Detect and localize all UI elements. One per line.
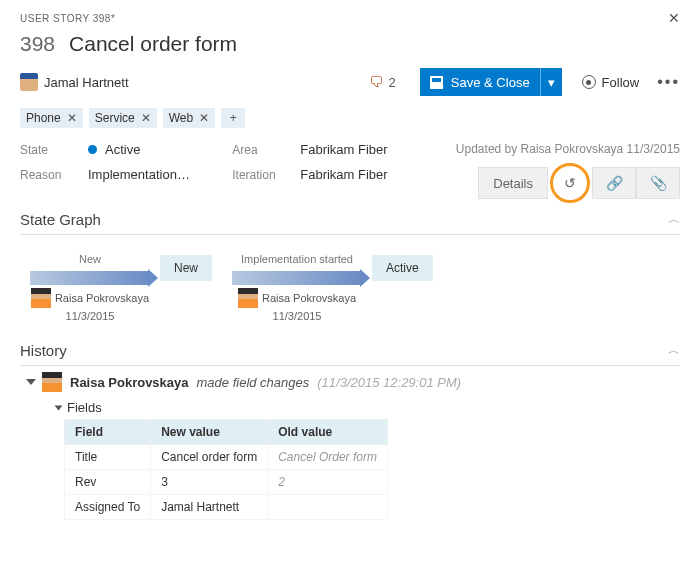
th-old-value: Old value bbox=[268, 420, 388, 445]
collapse-icon[interactable]: ︿ bbox=[668, 211, 680, 228]
cell: 3 bbox=[151, 470, 268, 495]
tab-details[interactable]: Details bbox=[478, 167, 548, 199]
expand-toggle-icon[interactable] bbox=[55, 405, 63, 410]
table-row: Rev 3 2 bbox=[65, 470, 388, 495]
save-and-close-button[interactable]: Save & Close bbox=[420, 68, 540, 96]
cell: Jamal Hartnett bbox=[151, 495, 268, 520]
cell: Assigned To bbox=[65, 495, 151, 520]
sg-person-1: Raisa Pokrovskaya bbox=[55, 292, 149, 304]
save-icon bbox=[430, 76, 443, 89]
chevron-down-icon: ▾ bbox=[548, 75, 555, 90]
section-history-title: History bbox=[20, 342, 67, 359]
tab-links[interactable]: 🔗 bbox=[592, 167, 636, 199]
follow-button[interactable]: Follow bbox=[582, 75, 640, 90]
iteration-label: Iteration bbox=[232, 168, 282, 182]
avatar bbox=[31, 288, 51, 308]
save-dropdown-button[interactable]: ▾ bbox=[540, 68, 562, 96]
arrow-icon bbox=[232, 271, 362, 285]
more-actions-button[interactable]: ••• bbox=[657, 73, 680, 91]
close-icon[interactable]: ✕ bbox=[668, 10, 681, 26]
cell: Rev bbox=[65, 470, 151, 495]
follow-label: Follow bbox=[602, 75, 640, 90]
assignee-field[interactable]: Jamal Hartnett bbox=[20, 73, 369, 91]
fields-changes-table: Field New value Old value Title Cancel o… bbox=[64, 419, 388, 520]
sg-state-active: Active bbox=[372, 255, 433, 281]
tag-label: Phone bbox=[26, 111, 61, 125]
state-graph: New Raisa Pokrovskaya 11/3/2015 New Impl… bbox=[20, 235, 680, 330]
cell: Cancel order form bbox=[151, 445, 268, 470]
comment-icon: 🗨 bbox=[369, 74, 383, 90]
area-label: Area bbox=[232, 143, 282, 157]
reason-label: Reason bbox=[20, 168, 70, 182]
link-icon: 🔗 bbox=[606, 175, 623, 191]
avatar bbox=[20, 73, 38, 91]
expand-toggle-icon[interactable] bbox=[26, 379, 36, 385]
area-value[interactable]: Fabrikam Fiber bbox=[300, 142, 387, 157]
tag-remove-icon[interactable]: ✕ bbox=[199, 111, 209, 125]
section-state-graph-title: State Graph bbox=[20, 211, 101, 228]
tag-remove-icon[interactable]: ✕ bbox=[141, 111, 151, 125]
tag-label: Service bbox=[95, 111, 135, 125]
tag-remove-icon[interactable]: ✕ bbox=[67, 111, 77, 125]
cell: 2 bbox=[268, 470, 388, 495]
work-item-id: 398 bbox=[20, 32, 55, 56]
sg-state-new: New bbox=[160, 255, 212, 281]
eye-icon bbox=[582, 75, 596, 89]
discussion-count[interactable]: 🗨 2 bbox=[369, 74, 396, 90]
tab-history[interactable]: ↺ bbox=[548, 167, 592, 199]
work-item-title[interactable]: Cancel order form bbox=[69, 32, 237, 56]
th-field: Field bbox=[65, 420, 151, 445]
sg-person-2: Raisa Pokrovskaya bbox=[262, 292, 356, 304]
table-row: Title Cancel order form Cancel Order for… bbox=[65, 445, 388, 470]
state-dot-icon bbox=[88, 145, 97, 154]
assignee-name: Jamal Hartnett bbox=[44, 75, 129, 90]
iteration-value[interactable]: Fabrikam Fiber bbox=[300, 167, 387, 182]
tag-service[interactable]: Service✕ bbox=[89, 108, 157, 128]
cell: Title bbox=[65, 445, 151, 470]
cell: Cancel Order form bbox=[268, 445, 388, 470]
tag-web[interactable]: Web✕ bbox=[163, 108, 215, 128]
tag-phone[interactable]: Phone✕ bbox=[20, 108, 83, 128]
table-row: Assigned To Jamal Hartnett bbox=[65, 495, 388, 520]
discussion-count-value: 2 bbox=[389, 75, 396, 90]
work-item-type-label: USER STORY 398* bbox=[20, 13, 115, 24]
state-label: State bbox=[20, 143, 70, 157]
th-new-value: New value bbox=[151, 420, 268, 445]
attachment-icon: 📎 bbox=[650, 175, 667, 191]
add-tag-button[interactable]: + bbox=[221, 108, 245, 128]
sg-transition-label-1: New bbox=[79, 253, 101, 265]
tag-label: Web bbox=[169, 111, 193, 125]
updated-by-text: Updated by Raisa Pokrovskaya 11/3/2015 bbox=[430, 142, 680, 156]
state-text: Active bbox=[105, 142, 140, 157]
avatar bbox=[42, 372, 62, 392]
reason-value[interactable]: Implementation… bbox=[88, 167, 190, 182]
sg-date-1: 11/3/2015 bbox=[66, 310, 115, 322]
fields-subsection-label: Fields bbox=[67, 400, 102, 415]
history-entry-person: Raisa Pokrovskaya bbox=[70, 375, 189, 390]
sg-transition-label-2: Implementation started bbox=[241, 253, 353, 265]
arrow-icon bbox=[30, 271, 150, 285]
cell bbox=[268, 495, 388, 520]
sg-date-2: 11/3/2015 bbox=[273, 310, 322, 322]
save-button-label: Save & Close bbox=[451, 75, 530, 90]
history-icon: ↺ bbox=[558, 171, 582, 195]
tab-attachments[interactable]: 📎 bbox=[636, 167, 680, 199]
tab-bar: Details ↺ 🔗 📎 bbox=[430, 166, 680, 199]
collapse-icon[interactable]: ︿ bbox=[668, 342, 680, 359]
history-entry-time: (11/3/2015 12:29:01 PM) bbox=[317, 375, 461, 390]
history-entry-action: made field changes bbox=[197, 375, 310, 390]
avatar bbox=[238, 288, 258, 308]
state-value[interactable]: Active bbox=[88, 142, 140, 157]
tags-row: Phone✕ Service✕ Web✕ + bbox=[20, 108, 680, 128]
